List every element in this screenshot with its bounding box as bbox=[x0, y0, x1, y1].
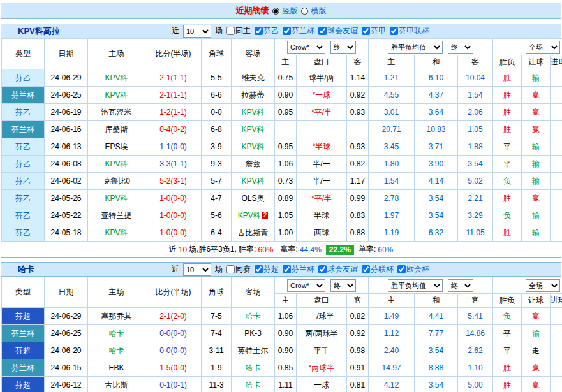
away-team-cell[interactable]: 哈卡 bbox=[232, 377, 275, 392]
handicap-result-cell: 赢 bbox=[522, 308, 551, 325]
final-odds-select[interactable]: 终 bbox=[330, 41, 356, 54]
match-row: 芬兰杯24-06-25哈卡0-0(0-0)7-4PK-30.90两/两球半0.9… bbox=[2, 325, 562, 342]
league-filter[interactable]: 芬乙 bbox=[255, 25, 279, 36]
same-filter-checkbox[interactable] bbox=[226, 27, 235, 35]
horizontal-radio-label[interactable]: 横版 bbox=[311, 6, 327, 17]
avg-odds-select[interactable]: 胜平负均值 bbox=[388, 279, 443, 292]
away-team-cell[interactable]: KPV科2 bbox=[232, 207, 275, 224]
score-cell: 3-3(1-1) bbox=[145, 156, 202, 173]
league-checkbox[interactable] bbox=[255, 27, 263, 35]
ah-home-odds-cell: 0.95 bbox=[275, 104, 297, 121]
home-team-cell[interactable]: 古比斯 bbox=[88, 377, 145, 392]
date-cell: 24-06-29 bbox=[45, 308, 88, 325]
league-filter[interactable]: 球会友谊 bbox=[318, 25, 358, 36]
league-filter[interactable]: 芬兰杯 bbox=[283, 264, 314, 275]
col-header: 主 bbox=[369, 294, 415, 308]
vertical-radio-label[interactable]: 竖版 bbox=[283, 6, 298, 17]
league-checkbox[interactable] bbox=[397, 265, 406, 273]
league-checkbox[interactable] bbox=[255, 265, 263, 273]
league-filter[interactable]: 欧会杯 bbox=[397, 264, 429, 275]
home-team-cell[interactable]: KPV科 bbox=[88, 69, 145, 87]
away-team-cell[interactable]: PK-3 bbox=[232, 325, 275, 342]
away-team-cell[interactable]: KPV科 bbox=[232, 138, 275, 156]
away-team-cell[interactable]: 詹兹 bbox=[232, 156, 275, 173]
bookmaker-select[interactable]: Crow* bbox=[287, 41, 325, 54]
away-team-cell[interactable]: 哈卡 bbox=[232, 359, 275, 377]
same-filter-checkbox[interactable] bbox=[226, 265, 235, 273]
horizontal-radio[interactable] bbox=[301, 8, 308, 15]
same-filter[interactable]: 同主 bbox=[226, 25, 251, 36]
home-team-cell[interactable]: KPV科 bbox=[88, 156, 145, 173]
matches-table: 类型 日期 主场 比分(半场) 角球 客场 Crow*终 胜平负均值终 全场 bbox=[1, 277, 562, 392]
league-filter[interactable]: 芬甲联杯 bbox=[390, 25, 429, 36]
league-type-cell: 芬乙 bbox=[2, 224, 45, 242]
league-checkbox[interactable] bbox=[283, 265, 291, 273]
away-team-cell[interactable]: 哈卡 bbox=[232, 308, 275, 325]
recent-count-select[interactable]: 10 bbox=[183, 263, 211, 276]
home-team-cell[interactable]: KPV科 bbox=[88, 190, 145, 207]
eu-away-odds-cell: 2.21 bbox=[458, 190, 493, 207]
handicap-result-cell: 赢 bbox=[522, 104, 551, 121]
league-checkbox[interactable] bbox=[318, 27, 327, 35]
win-rate: 60% bbox=[258, 245, 273, 254]
score-cell: 2-1(2-0) bbox=[145, 308, 202, 325]
eu-home-odds-cell: 2.40 bbox=[369, 342, 415, 359]
col-header: 和 bbox=[415, 294, 458, 308]
league-filter[interactable]: 芬甲 bbox=[362, 25, 386, 36]
same-filter[interactable]: 同赛 bbox=[226, 264, 251, 275]
match-row: 芬乙24-06-19洛瓦涅米1-2(1-1)0-0KPV科0.95*平/半0.9… bbox=[2, 104, 562, 121]
ah-away-odds-cell: 0.83 bbox=[347, 207, 369, 224]
league-checkbox[interactable] bbox=[318, 265, 327, 273]
asian-odds-controls: Crow*终 bbox=[275, 277, 369, 294]
home-team-cell[interactable]: 洛瓦涅米 bbox=[88, 104, 145, 121]
ah-away-odds-cell: 0.82 bbox=[347, 308, 369, 325]
avg-odds-select[interactable]: 胜平负均值 bbox=[388, 41, 443, 54]
eu-away-odds-cell: 14.86 bbox=[458, 325, 493, 342]
home-team-cell[interactable]: 塞那乔其 bbox=[88, 308, 145, 325]
recent-count-select[interactable]: 10 bbox=[183, 25, 211, 38]
home-team-cell[interactable]: 克鲁比0 bbox=[88, 173, 145, 190]
away-team-cell[interactable]: KPV科 bbox=[232, 121, 275, 138]
col-header: 主 bbox=[275, 55, 297, 69]
handicap-cell: *半球 bbox=[297, 138, 347, 156]
away-team-cell[interactable]: 英特土尔 bbox=[232, 342, 275, 359]
scope-select[interactable]: 全场 bbox=[526, 279, 560, 292]
home-team-cell[interactable]: 哈卡 bbox=[88, 342, 145, 359]
scope-select[interactable]: 全场 bbox=[526, 41, 560, 54]
home-team-cell[interactable]: EBK bbox=[88, 359, 145, 377]
handicap-cell: 平手 bbox=[297, 342, 347, 359]
final-avg-select[interactable]: 终 bbox=[448, 41, 473, 54]
league-checkbox[interactable] bbox=[362, 27, 370, 35]
home-team-cell[interactable]: 哈卡 bbox=[88, 325, 145, 342]
home-team-cell[interactable]: KPV科 bbox=[88, 224, 145, 242]
away-team-cell[interactable]: KPV科 bbox=[232, 104, 275, 121]
match-row: 芬兰杯24-06-15EBK1-5(0-0)1-9哈卡0.85*两球半0.911… bbox=[2, 359, 562, 377]
away-team-cell[interactable]: 维夫克 bbox=[232, 69, 275, 87]
home-team-cell[interactable]: EPS埃 bbox=[88, 138, 145, 156]
away-team-cell[interactable]: 古比斯青 bbox=[232, 224, 275, 242]
away-team-cell[interactable]: OLS奥 bbox=[232, 190, 275, 207]
home-team-cell[interactable]: 库桑斯 bbox=[88, 121, 145, 138]
league-filter[interactable]: 芬超 bbox=[255, 264, 279, 275]
league-filter[interactable]: 球会友谊 bbox=[318, 264, 358, 275]
corners-cell: 9-3 bbox=[202, 156, 232, 173]
away-team-cell[interactable]: 拉赫蒂 bbox=[232, 87, 275, 104]
league-filter[interactable]: 芬兰杯 bbox=[283, 25, 314, 36]
bookmaker-select[interactable]: Crow* bbox=[287, 279, 325, 292]
final-odds-select[interactable]: 终 bbox=[330, 279, 356, 292]
col-header: 进球 bbox=[551, 55, 562, 69]
league-checkbox[interactable] bbox=[362, 265, 370, 273]
home-team-cell[interactable]: 亚特兰提 bbox=[88, 207, 145, 224]
home-team-cell[interactable]: KPV科 bbox=[88, 87, 145, 104]
league-checkbox[interactable] bbox=[390, 27, 398, 35]
league-filter[interactable]: 芬联杯 bbox=[362, 264, 394, 275]
filter-bar: 近 10 场 同赛 芬超 芬兰杯 球会友谊 芬联杯 欧会杯 bbox=[172, 263, 429, 276]
col-header: 类型 bbox=[2, 277, 45, 308]
league-type-cell: 芬乙 bbox=[2, 138, 45, 156]
away-team-cell[interactable]: KPV科 bbox=[232, 173, 275, 190]
league-checkbox[interactable] bbox=[283, 27, 291, 35]
handicap-result-cell: 赢 bbox=[522, 190, 551, 207]
vertical-radio[interactable] bbox=[272, 8, 279, 15]
score-cell: 5-2(3-1) bbox=[145, 173, 202, 190]
final-avg-select[interactable]: 终 bbox=[448, 279, 473, 292]
